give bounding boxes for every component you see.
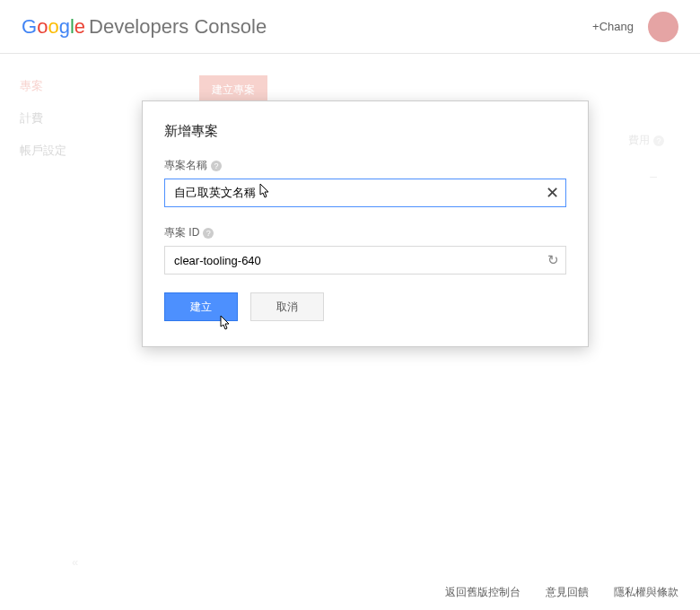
footer-link-classic[interactable]: 返回舊版控制台 xyxy=(445,585,521,600)
refresh-icon[interactable]: ↻ xyxy=(547,252,559,268)
avatar[interactable] xyxy=(648,12,678,42)
create-button[interactable]: 建立 xyxy=(164,292,238,321)
user-name[interactable]: +Chang xyxy=(592,20,634,33)
help-icon[interactable]: ? xyxy=(211,161,222,171)
footer-link-feedback[interactable]: 意見回饋 xyxy=(546,585,589,600)
dialog-title: 新增專案 xyxy=(164,123,566,140)
project-id-input[interactable] xyxy=(164,246,566,274)
footer-link-privacy[interactable]: 隱私權與條款 xyxy=(614,585,678,600)
project-id-label-text: 專案 ID xyxy=(164,225,199,240)
clear-icon[interactable]: ✕ xyxy=(546,183,559,203)
help-icon[interactable]: ? xyxy=(203,228,214,239)
product-name: Developers Console xyxy=(89,15,267,39)
project-name-label: 專案名稱 ? xyxy=(164,158,566,173)
project-name-input[interactable] xyxy=(164,179,566,207)
cancel-button[interactable]: 取消 xyxy=(250,292,324,321)
header: Google Developers Console +Chang xyxy=(0,0,700,54)
project-name-label-text: 專案名稱 xyxy=(164,158,207,173)
footer: 返回舊版控制台 意見回饋 隱私權與條款 xyxy=(424,574,700,610)
project-id-label: 專案 ID ? xyxy=(164,225,566,240)
new-project-dialog: 新增專案 專案名稱 ? ✕ 專案 ID ? ↻ 建立 取消 xyxy=(142,100,589,347)
google-logo: Google xyxy=(22,15,85,39)
